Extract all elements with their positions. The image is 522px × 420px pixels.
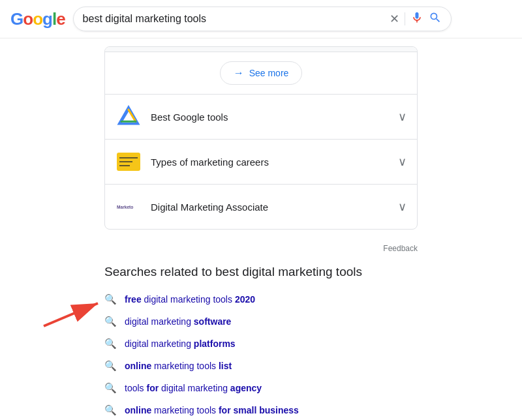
feedback-row: Feedback [104,240,418,260]
search-icon-6: 🔍 [104,404,117,416]
related-card-marketing-careers[interactable]: Types of marketing careers ∨ [105,140,417,185]
search-input[interactable] [83,13,390,25]
related-card-marketo[interactable]: Marketo Digital Marketing Associate ∨ [105,185,417,229]
voice-search-icon[interactable] [410,11,423,27]
google-tools-label: Best Google tools [151,112,398,123]
chevron-down-icon-2: ∨ [398,155,407,169]
clear-icon[interactable]: ✕ [390,12,399,26]
feedback-label[interactable]: Feedback [383,244,418,253]
search-bar[interactable]: ✕ [73,7,452,31]
search-icon-2: 🔍 [104,316,117,327]
see-more-btn-row: → See more [105,52,417,95]
related-search-5[interactable]: 🔍 tools for digital marketing agency [104,377,418,399]
related-search-3[interactable]: 🔍 digital marketing platforms [104,333,418,355]
see-more-button[interactable]: → See more [220,61,303,85]
card-top-bar [105,47,417,52]
search-icon-3: 🔍 [104,338,117,350]
search-divider [405,12,405,25]
see-more-label: See more [249,68,289,78]
google-ads-icon [115,104,142,130]
marketo-icon: Marketo [115,194,142,220]
marketo-label: Digital Marketing Associate [151,202,398,213]
related-search-6[interactable]: 🔍 online marketing tools for small busin… [104,399,418,420]
marketing-careers-icon [115,149,142,175]
search-icon-4: 🔍 [104,360,117,372]
related-card-google-tools[interactable]: Best Google tools ∨ [105,95,417,140]
header-logo: Google [10,9,65,29]
svg-text:Marketo: Marketo [117,205,133,209]
main-content: → See more Best Goog [0,46,522,420]
search-icon-1: 🔍 [104,293,117,305]
marketing-careers-label: Types of marketing careers [151,157,398,168]
related-searches-section: Searches related to best digital marketi… [104,265,418,420]
see-more-card: → See more Best Goog [104,46,418,230]
chevron-down-icon: ∨ [398,110,407,124]
related-search-2[interactable]: 🔍 digital marketing software [104,310,418,333]
related-search-4[interactable]: 🔍 online marketing tools list [104,355,418,377]
search-submit-icon[interactable] [429,11,442,27]
header: Google ✕ [0,0,522,38]
search-icon-5: 🔍 [104,382,117,394]
arrow-right-icon: → [234,67,244,79]
related-search-1[interactable]: 🔍 free digital marketing tools 2020 [104,288,418,310]
related-searches-title: Searches related to best digital marketi… [104,265,418,279]
chevron-down-icon-3: ∨ [398,200,407,214]
